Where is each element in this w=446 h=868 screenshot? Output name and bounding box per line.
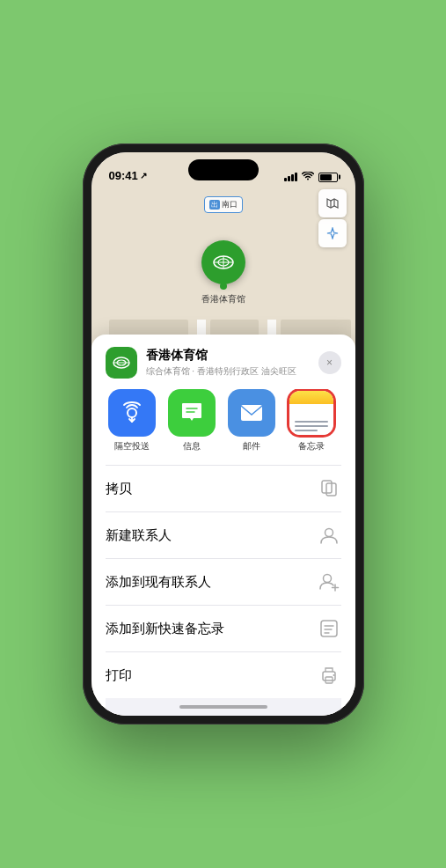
action-row-print[interactable]: 打印	[106, 651, 341, 698]
add-contact-icon	[317, 570, 341, 594]
svg-rect-30	[241, 405, 262, 421]
venue-info: 香港体育馆 综合体育馆 · 香港特别行政区 油尖旺区	[106, 347, 296, 379]
status-time: 09:41 ↗	[109, 169, 147, 182]
venue-desc: 综合体育馆 · 香港特别行政区 油尖旺区	[146, 365, 296, 378]
add-contact-label: 添加到现有联系人	[106, 574, 211, 591]
signal-bar-2	[288, 176, 290, 181]
phone-frame: 09:41 ↗	[83, 143, 364, 725]
map-type-button[interactable]	[318, 189, 347, 217]
compass-icon	[326, 227, 339, 239]
copy-icon	[317, 476, 341, 501]
new-contact-label: 新建联系人	[106, 527, 172, 544]
person-svg-icon	[319, 526, 339, 544]
location-arrow-icon: ↗	[140, 171, 147, 180]
share-item-notes[interactable]: 备忘录	[285, 389, 338, 452]
notes-line-3	[295, 430, 318, 431]
notes-icon	[289, 391, 333, 435]
mail-icon-wrap	[228, 389, 275, 437]
airdrop-icon-wrap	[108, 389, 156, 437]
status-icons	[284, 172, 338, 182]
wifi-icon	[302, 172, 314, 182]
svg-point-33	[325, 529, 333, 537]
share-item-mail[interactable]: 邮件	[225, 389, 278, 452]
venue-stadium-icon	[112, 353, 131, 372]
svg-point-34	[323, 575, 331, 583]
print-icon	[317, 663, 341, 688]
exit-name: 南口	[222, 199, 238, 210]
print-svg-icon	[319, 666, 339, 684]
pin-label: 香港体育馆	[201, 293, 245, 305]
signal-bar-3	[291, 174, 294, 181]
signal-bar-4	[295, 173, 297, 181]
share-row: 隔空投送 信息	[106, 389, 341, 452]
phone-screen: 09:41 ↗	[91, 152, 355, 716]
svg-point-43	[333, 674, 334, 676]
time-display: 09:41	[109, 169, 138, 182]
notes-line-2	[295, 425, 328, 427]
airdrop-icon	[120, 401, 144, 425]
quick-note-icon	[317, 616, 341, 641]
dynamic-island	[188, 159, 259, 180]
svg-point-26	[128, 408, 136, 417]
message-icon	[179, 401, 204, 424]
stadium-pin[interactable]: 香港体育馆	[201, 240, 245, 305]
mail-icon	[239, 403, 264, 423]
copy-label: 拷贝	[106, 481, 132, 497]
map-icon	[325, 196, 340, 210]
copy-svg-icon	[320, 479, 338, 498]
person-add-svg-icon	[318, 572, 340, 592]
share-item-airdrop[interactable]: 隔空投送	[106, 389, 158, 452]
share-item-message[interactable]: 信息	[165, 389, 218, 452]
sheet-header: 香港体育馆 综合体育馆 · 香港特别行政区 油尖旺区 ×	[106, 347, 341, 379]
signal-bars	[284, 173, 297, 181]
action-row-new-contact[interactable]: 新建联系人	[106, 511, 341, 558]
action-row-copy[interactable]: 拷贝	[106, 465, 341, 511]
action-row-quick-note[interactable]: 添加到新快速备忘录	[106, 605, 341, 651]
pin-icon	[201, 240, 245, 284]
svg-rect-37	[321, 621, 337, 636]
exit-tag: 出	[209, 200, 220, 210]
venue-icon	[106, 347, 137, 379]
close-label: ×	[326, 357, 333, 369]
home-indicator	[106, 698, 341, 716]
bottom-sheet: 香港体育馆 综合体育馆 · 香港特别行政区 油尖旺区 ×	[91, 335, 355, 716]
mail-label: 邮件	[243, 440, 260, 452]
home-bar	[179, 705, 267, 709]
quick-note-label: 添加到新快速备忘录	[106, 621, 224, 637]
stadium-icon	[211, 250, 236, 275]
map-exit-label: 出 南口	[204, 196, 243, 213]
signal-bar-1	[284, 178, 287, 181]
venue-text: 香港体育馆 综合体育馆 · 香港特别行政区 油尖旺区	[146, 348, 296, 378]
print-label: 打印	[106, 667, 132, 684]
action-row-add-contact[interactable]: 添加到现有联系人	[106, 558, 341, 605]
svg-rect-41	[323, 672, 335, 680]
location-button[interactable]	[318, 219, 347, 247]
venue-name: 香港体育馆	[146, 348, 296, 364]
note-svg-icon	[319, 619, 339, 638]
map-controls	[318, 189, 347, 249]
notes-line-1	[295, 421, 328, 423]
notes-icon-wrap	[288, 389, 335, 437]
notes-label: 备忘录	[298, 440, 325, 452]
new-contact-icon	[317, 523, 341, 548]
airdrop-label: 隔空投送	[114, 440, 150, 452]
battery-icon	[318, 173, 338, 182]
message-icon-wrap	[168, 389, 216, 437]
battery-fill	[320, 174, 333, 180]
close-button[interactable]: ×	[318, 351, 341, 374]
message-label: 信息	[183, 440, 201, 452]
